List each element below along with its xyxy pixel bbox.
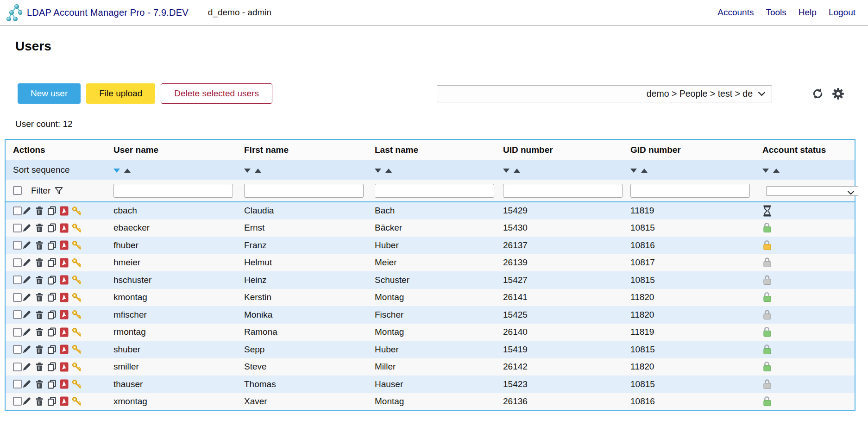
sort-desc-arrow-gid-number[interactable]: [630, 169, 637, 173]
table-row[interactable]: shuber Sepp Huber 15419 10815: [5, 341, 855, 358]
password-action[interactable]: [72, 379, 82, 389]
copy-action[interactable]: [47, 327, 57, 337]
edit-action[interactable]: [22, 275, 31, 285]
row-select-checkbox[interactable]: [13, 380, 22, 388]
pdf-action[interactable]: [60, 240, 69, 250]
copy-action[interactable]: [47, 397, 57, 406]
row-select-checkbox[interactable]: [13, 207, 22, 215]
password-action[interactable]: [72, 258, 82, 268]
table-row[interactable]: ebaecker Ernst Bäcker 15430 10815: [5, 219, 855, 237]
copy-action[interactable]: [47, 310, 57, 319]
sort-asc-arrow-last-name[interactable]: [385, 169, 392, 173]
password-action[interactable]: [72, 344, 82, 354]
password-action[interactable]: [72, 223, 82, 233]
nav-help[interactable]: Help: [799, 7, 817, 18]
delete-selected-users-button[interactable]: Delete selected users: [161, 83, 272, 104]
pdf-action[interactable]: [60, 379, 69, 389]
filter-select-account-status[interactable]: [766, 186, 858, 196]
password-action[interactable]: [72, 240, 82, 250]
table-row[interactable]: kmontag Kerstin Montag 26141 11820: [5, 289, 855, 307]
select-all-checkbox[interactable]: [13, 186, 22, 195]
edit-action[interactable]: [22, 327, 31, 337]
row-select-checkbox[interactable]: [13, 345, 22, 354]
row-select-checkbox[interactable]: [13, 224, 22, 232]
sort-asc-arrow-gid-number[interactable]: [641, 169, 648, 173]
filter-input-last-name[interactable]: [375, 184, 494, 198]
sort-desc-arrow-account-status[interactable]: [762, 169, 769, 173]
pdf-action[interactable]: [60, 310, 69, 319]
delete-action[interactable]: [35, 380, 44, 389]
delete-action[interactable]: [35, 293, 44, 302]
sort-desc-arrow-last-name[interactable]: [375, 169, 381, 173]
password-action[interactable]: [72, 327, 82, 337]
delete-action[interactable]: [35, 397, 44, 406]
copy-action[interactable]: [47, 241, 57, 250]
pdf-action[interactable]: [60, 206, 69, 216]
delete-action[interactable]: [35, 310, 44, 319]
edit-action[interactable]: [22, 206, 31, 216]
filter-input-user-name[interactable]: [113, 184, 233, 198]
pdf-action[interactable]: [60, 344, 69, 354]
edit-action[interactable]: [22, 240, 31, 250]
edit-action[interactable]: [22, 379, 31, 389]
password-action[interactable]: [72, 275, 82, 285]
row-select-checkbox[interactable]: [13, 275, 22, 284]
password-action[interactable]: [72, 293, 82, 302]
table-row[interactable]: hschuster Heinz Schuster 15427 10815: [5, 271, 855, 289]
table-row[interactable]: mfischer Monika Fischer 15425 11820: [5, 306, 855, 324]
pdf-action[interactable]: [60, 396, 69, 406]
pdf-action[interactable]: [60, 223, 69, 233]
edit-action[interactable]: [22, 396, 31, 406]
file-upload-button[interactable]: File upload: [86, 83, 155, 104]
copy-action[interactable]: [47, 362, 57, 371]
filter-input-gid-number[interactable]: [630, 184, 750, 198]
edit-action[interactable]: [22, 310, 31, 319]
row-select-checkbox[interactable]: [13, 293, 22, 302]
row-select-checkbox[interactable]: [13, 310, 22, 319]
copy-action[interactable]: [47, 223, 57, 232]
password-action[interactable]: [72, 362, 82, 372]
edit-action[interactable]: [22, 223, 31, 233]
password-action[interactable]: [72, 310, 82, 319]
pdf-action[interactable]: [60, 362, 69, 372]
edit-action[interactable]: [22, 362, 31, 372]
copy-action[interactable]: [47, 206, 57, 215]
filter-input-first-name[interactable]: [244, 184, 364, 198]
new-user-button[interactable]: New user: [18, 83, 81, 104]
ou-suffix-select[interactable]: demo > People > test > de: [437, 85, 772, 102]
table-row[interactable]: xmontag Xaver Montag 26136 10816: [5, 393, 855, 411]
delete-action[interactable]: [35, 206, 44, 215]
sort-asc-arrow-user-name[interactable]: [124, 169, 131, 173]
sort-desc-arrow-first-name[interactable]: [244, 169, 251, 173]
password-action[interactable]: [72, 206, 82, 216]
sort-desc-arrow-user-name[interactable]: [113, 169, 120, 173]
pdf-action[interactable]: [60, 293, 69, 302]
pdf-action[interactable]: [60, 275, 69, 285]
refresh-button[interactable]: [811, 87, 824, 100]
table-row[interactable]: cbach Claudia Bach 15429 11819: [5, 202, 855, 219]
table-row[interactable]: fhuber Franz Huber 26137 10816: [5, 237, 855, 254]
copy-action[interactable]: [47, 258, 57, 267]
delete-action[interactable]: [35, 223, 44, 232]
edit-action[interactable]: [22, 258, 31, 268]
row-select-checkbox[interactable]: [13, 258, 22, 267]
table-row[interactable]: smiller Steve Miller 26142 11820: [5, 358, 855, 376]
password-action[interactable]: [72, 396, 82, 406]
nav-logout[interactable]: Logout: [829, 7, 855, 18]
sort-asc-arrow-account-status[interactable]: [773, 169, 780, 173]
sort-desc-arrow-uid-number[interactable]: [503, 169, 509, 173]
table-row[interactable]: rmontag Ramona Montag 26140 11819: [5, 324, 855, 341]
filter-funnel-icon[interactable]: [54, 186, 63, 195]
sort-asc-arrow-uid-number[interactable]: [514, 169, 520, 173]
nav-accounts[interactable]: Accounts: [717, 7, 754, 18]
delete-action[interactable]: [35, 258, 44, 267]
copy-action[interactable]: [47, 345, 57, 354]
settings-button[interactable]: [832, 88, 844, 100]
filter-input-uid-number[interactable]: [503, 184, 623, 198]
delete-action[interactable]: [35, 345, 44, 354]
copy-action[interactable]: [47, 275, 57, 285]
row-select-checkbox[interactable]: [13, 328, 22, 337]
row-select-checkbox[interactable]: [13, 397, 22, 406]
nav-tools[interactable]: Tools: [766, 7, 786, 18]
delete-action[interactable]: [35, 275, 44, 285]
